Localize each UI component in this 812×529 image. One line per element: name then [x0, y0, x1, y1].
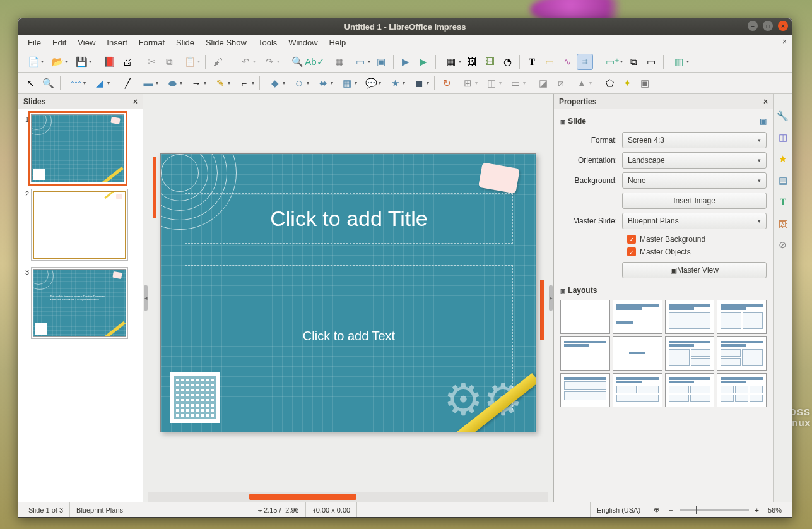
spellcheck-button[interactable]: Ab✓: [307, 54, 323, 70]
splitter-left[interactable]: ◂: [143, 94, 148, 502]
ellipse-tool-button[interactable]: ⬬: [161, 75, 184, 92]
special-character-button[interactable]: ⌗: [577, 54, 593, 70]
textbox-button[interactable]: 𝐓: [524, 54, 540, 70]
shadow-button[interactable]: ◪: [535, 75, 551, 92]
layout-title-only[interactable]: [560, 336, 610, 371]
master-slide-dropdown[interactable]: Blueprint Plans: [622, 213, 767, 229]
window-maximize-button[interactable]: □: [763, 21, 773, 31]
slide-canvas[interactable]: Click to add Title Click to add Text ⚙⚙: [160, 153, 536, 432]
tab-slide-transition-icon[interactable]: ◫: [776, 131, 790, 145]
line-color-button[interactable]: 〰: [64, 75, 87, 92]
undo-button[interactable]: ↶: [234, 54, 257, 70]
slide-thumb-3[interactable]: 3 This work is licensed under a Creative…: [22, 267, 139, 339]
slide-thumb-2[interactable]: 2: [22, 189, 139, 261]
tab-properties-icon[interactable]: 🔧: [776, 109, 790, 123]
tab-gallery-icon[interactable]: 🖼: [776, 217, 790, 230]
export-pdf-button[interactable]: 📕: [101, 54, 117, 70]
rectangle-tool-button[interactable]: ▬: [137, 75, 160, 92]
grid-button[interactable]: ▦: [331, 54, 348, 70]
layout-title[interactable]: [613, 300, 662, 334]
menu-view[interactable]: View: [72, 35, 101, 50]
distribute-button[interactable]: ▭: [504, 75, 527, 92]
fontwork-button[interactable]: ∿: [559, 54, 575, 70]
extrusion-button[interactable]: ▣: [637, 75, 653, 92]
fit-slide-button[interactable]: ⊕: [647, 502, 666, 517]
rotate-button[interactable]: ↻: [438, 75, 455, 92]
properties-close-button[interactable]: ×: [763, 97, 768, 106]
status-language[interactable]: English (USA): [591, 502, 647, 517]
basic-shapes-button[interactable]: ◆: [264, 75, 286, 92]
layout-quad[interactable]: [665, 373, 715, 407]
arrow-tool-button[interactable]: →: [185, 75, 208, 92]
master-slide-button[interactable]: ▣: [373, 54, 389, 70]
open-button[interactable]: 📂: [46, 54, 69, 70]
line-tool-button[interactable]: ╱: [119, 75, 136, 92]
menu-file[interactable]: File: [22, 35, 47, 50]
media-button[interactable]: 🎞: [481, 54, 498, 70]
background-dropdown[interactable]: None: [622, 172, 767, 189]
slides-list[interactable]: 1 2 3 This work is lice: [18, 109, 143, 502]
layout-centered[interactable]: [613, 336, 662, 371]
format-dropdown[interactable]: Screen 4:3: [622, 132, 767, 148]
slides-panel-close-button[interactable]: ×: [133, 97, 138, 106]
crop-button[interactable]: ⧄: [553, 75, 569, 92]
layout-four[interactable]: [613, 373, 662, 407]
document-close-button[interactable]: ×: [782, 37, 787, 46]
find-replace-button[interactable]: 🔍: [289, 54, 305, 70]
window-titlebar[interactable]: Untitled 1 - LibreOffice Impress – □ ×: [18, 18, 792, 35]
new-document-button[interactable]: 📄: [22, 54, 45, 70]
layout-mirror[interactable]: [717, 336, 767, 371]
3d-objects-button[interactable]: ◼: [408, 75, 430, 92]
zoom-in-button[interactable]: +: [753, 506, 762, 514]
layout-blank[interactable]: [560, 300, 610, 334]
callouts-button[interactable]: 💬: [360, 75, 382, 92]
window-minimize-button[interactable]: –: [748, 21, 758, 31]
menu-slide[interactable]: Slide: [170, 35, 200, 50]
flowchart-button[interactable]: ▦: [336, 75, 358, 92]
layout-title-content[interactable]: [665, 300, 715, 334]
menu-format[interactable]: Format: [133, 35, 170, 50]
master-objects-checkbox[interactable]: ✓Master Objects: [560, 246, 767, 258]
slide-layout-button[interactable]: ▥: [668, 54, 690, 70]
tab-animation-icon[interactable]: ★: [776, 152, 790, 166]
connector-tool-button[interactable]: ⌐: [233, 75, 256, 92]
symbol-shapes-button[interactable]: ☺: [288, 75, 310, 92]
status-slide-count[interactable]: Slide 1 of 3: [22, 502, 70, 517]
image-button[interactable]: 🖼: [464, 54, 480, 70]
align-button[interactable]: ⊞: [456, 75, 479, 92]
display-views-button[interactable]: ▭: [349, 54, 372, 70]
delete-slide-button[interactable]: ▭: [643, 54, 659, 70]
status-master-name[interactable]: Blueprint Plans: [70, 502, 250, 517]
menu-tools[interactable]: Tools: [252, 35, 283, 50]
more-options-icon[interactable]: ▣: [760, 117, 767, 126]
master-view-button[interactable]: ▣ Master View: [622, 262, 767, 278]
zoom-tool-button[interactable]: 🔍: [40, 75, 56, 92]
select-tool-button[interactable]: ↖: [22, 75, 38, 92]
curve-tool-button[interactable]: ✎: [209, 75, 232, 92]
gluepoints-button[interactable]: ✦: [619, 75, 635, 92]
slide-thumb-1[interactable]: 1: [22, 114, 139, 182]
tab-navigator-icon[interactable]: ⊘: [776, 238, 790, 252]
copy-button[interactable]: ⧉: [161, 54, 177, 70]
start-current-slide-button[interactable]: ▶: [415, 54, 432, 70]
paste-button[interactable]: 📋: [179, 54, 201, 70]
stars-button[interactable]: ★: [384, 75, 406, 92]
layout-six[interactable]: [717, 373, 767, 407]
redo-button[interactable]: ↷: [258, 54, 281, 70]
clone-formatting-button[interactable]: 🖌: [209, 54, 226, 70]
horizontal-scrollbar[interactable]: [148, 492, 548, 502]
filter-button[interactable]: ▲: [570, 75, 593, 92]
new-slide-button[interactable]: ▭⁺: [601, 54, 624, 70]
menu-slideshow[interactable]: Slide Show: [200, 35, 252, 50]
save-button[interactable]: 💾: [70, 54, 93, 70]
points-button[interactable]: ⬠: [601, 75, 618, 92]
menu-edit[interactable]: Edit: [47, 35, 72, 50]
start-first-slide-button[interactable]: ▶: [397, 54, 414, 70]
menu-insert[interactable]: Insert: [101, 35, 133, 50]
menu-help[interactable]: Help: [324, 35, 352, 50]
slide-section-header[interactable]: ▣ Slide ▣: [560, 113, 767, 128]
fill-color-button[interactable]: ◢: [88, 75, 111, 92]
zoom-slider[interactable]: [680, 509, 749, 511]
print-button[interactable]: 🖨: [119, 54, 135, 70]
tab-master-slides-icon[interactable]: ▤: [776, 174, 790, 187]
